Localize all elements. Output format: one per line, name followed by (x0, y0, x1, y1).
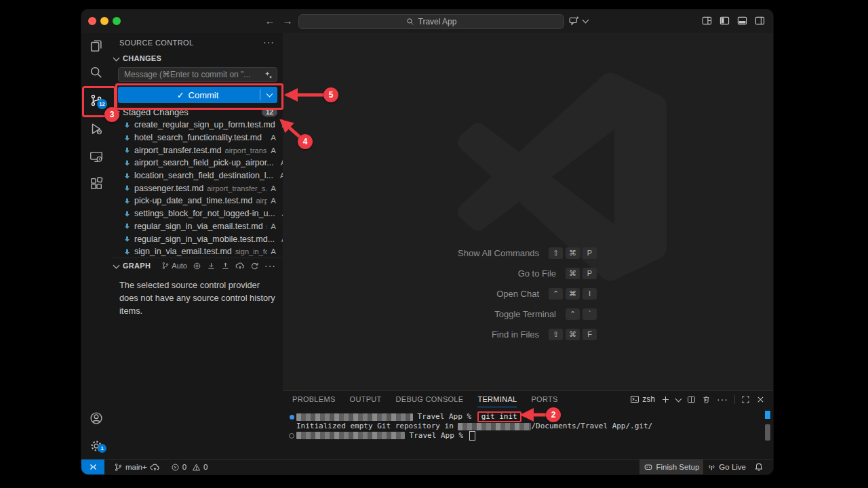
file-row[interactable]: hotel_search_functionality.test.mdA (111, 131, 283, 144)
redacted-path (458, 423, 531, 430)
graph-section-header[interactable]: GRAPH Auto ··· (111, 258, 283, 270)
pull-icon[interactable] (207, 262, 216, 270)
tab-terminal[interactable]: TERMINAL (477, 392, 517, 407)
split-terminal-icon[interactable] (687, 395, 696, 404)
commit-message-input[interactable]: Message (⌘Enter to commit on "... (118, 67, 277, 82)
search-icon (406, 18, 414, 26)
run-debug-icon[interactable] (89, 121, 104, 136)
commit-dropdown-icon[interactable] (267, 91, 273, 98)
file-row[interactable]: sign_in_via_email.test.mdsign_in_fo...A (111, 245, 283, 258)
git-status-letter: A (271, 134, 276, 142)
file-path-note: sign_in_fo... (235, 247, 268, 256)
search-view-icon[interactable] (89, 65, 104, 80)
remote-explorer-icon[interactable] (89, 149, 104, 164)
markdown-file-icon (123, 121, 131, 129)
file-name: sign_in_via_email.test.md (134, 247, 232, 256)
shell-label: zsh (642, 394, 655, 404)
scrollbar-thumb[interactable] (765, 424, 770, 441)
tab-debug-console[interactable]: DEBUG CONSOLE (396, 392, 464, 407)
staged-changes-header[interactable]: Staged Changes 12 (114, 107, 277, 117)
forward-icon[interactable]: → (281, 14, 294, 28)
key-chip: ⇧ (549, 247, 563, 259)
new-terminal-icon[interactable] (661, 395, 670, 404)
key-chip: F (583, 329, 597, 340)
key-chip: ⇧ (549, 329, 563, 340)
toggle-panel-icon[interactable] (737, 16, 747, 26)
minimize-window-button[interactable] (100, 17, 108, 25)
branch-status-item[interactable]: main+ (110, 460, 164, 474)
fetch-cloud-icon[interactable] (235, 261, 245, 270)
terminal-more-actions-icon[interactable]: ··· (717, 396, 728, 403)
file-row[interactable]: passenger.test.mdairport_transfer_s...A (111, 182, 283, 195)
toggle-secondary-sidebar-icon[interactable] (755, 16, 765, 26)
go-live-label: Go Live (719, 463, 746, 471)
markdown-file-icon (123, 248, 131, 256)
refresh-icon[interactable] (250, 262, 259, 270)
status-bar: main+ 0 0 Finish Setup Go Live (81, 459, 773, 474)
go-live-item[interactable]: Go Live (703, 460, 750, 474)
maximize-window-button[interactable] (113, 17, 121, 25)
file-row[interactable]: airport_search_field_pick-up_airpor...A (111, 157, 283, 169)
remote-indicator[interactable] (81, 460, 104, 474)
file-row[interactable]: location_search_field_destination_l...A (111, 169, 283, 182)
back-icon[interactable]: ← (263, 14, 277, 28)
tab-output[interactable]: OUTPUT (350, 392, 382, 407)
key-chip: P (583, 268, 597, 279)
command-pending-decoration (287, 433, 296, 439)
shortcut-label: Show All Commands (373, 248, 546, 258)
file-path-note: si... (267, 222, 268, 230)
notifications-bell-item[interactable] (750, 460, 768, 474)
file-name: hotel_search_functionality.test.md (134, 133, 262, 142)
graph-empty-message: The selected source control provider doe… (111, 270, 285, 317)
push-icon[interactable] (221, 262, 230, 270)
customize-layout-icon[interactable] (702, 16, 712, 26)
shell-selector[interactable]: zsh (630, 394, 655, 404)
auto-branch-toggle[interactable]: Auto (161, 262, 187, 270)
close-panel-icon[interactable] (756, 395, 765, 404)
sparkle-generate-icon[interactable] (264, 70, 273, 80)
tab-ports[interactable]: PORTS (531, 392, 557, 407)
problems-status-item[interactable]: 0 0 (167, 460, 212, 474)
terminal-prompt-icon (630, 394, 639, 404)
terminal-output[interactable]: Travel App % git init Initialized empty … (287, 411, 762, 441)
toggle-primary-sidebar-icon[interactable] (719, 16, 730, 26)
changes-section-header[interactable]: CHANGES (114, 54, 161, 62)
target-icon[interactable] (193, 262, 201, 270)
git-repo-path: /Documents/Travel App/.git/ (531, 422, 652, 430)
close-window-button[interactable] (88, 17, 96, 25)
maximize-panel-icon[interactable] (741, 395, 750, 404)
file-row[interactable]: regular_sign_in_via_mobile.test.md...A (111, 232, 283, 245)
markdown-file-icon (123, 222, 131, 230)
copilot-menu[interactable] (568, 15, 588, 26)
warning-count: 0 (203, 463, 208, 471)
command-center[interactable]: Travel App (298, 14, 564, 29)
commit-button[interactable]: ✓ Commit (118, 87, 277, 103)
file-row[interactable]: airport_transfer.test.mdairport_trans...… (111, 144, 283, 157)
title-bar: ← → Travel App (81, 9, 773, 34)
file-name: location_search_field_destination_l... (134, 171, 273, 180)
key-chip: P (583, 247, 597, 259)
chevron-down-icon (113, 54, 120, 61)
key-chip: ⌘ (566, 268, 580, 279)
key-chip: ⌃ (549, 288, 563, 300)
terminal-scrollbar[interactable] (765, 410, 770, 458)
explorer-icon[interactable] (89, 38, 104, 53)
staged-file-list: create_regular_sign_up_form.test.mdA hot… (111, 119, 283, 258)
tab-problems[interactable]: PROBLEMS (292, 392, 336, 407)
file-row[interactable]: create_regular_sign_up_form.test.mdA (111, 119, 283, 131)
shortcut-label: Go to File (373, 268, 563, 279)
account-icon[interactable] (89, 411, 104, 426)
extensions-icon[interactable] (89, 176, 104, 191)
markdown-file-icon (123, 146, 131, 154)
file-row[interactable]: settings_block_for_not_logged-in_u...A (111, 207, 283, 220)
file-row[interactable]: pick-up_date_and_time.test.mdairp...A (111, 195, 283, 207)
finish-setup-item[interactable]: Finish Setup (639, 460, 703, 474)
chevron-down-icon (113, 108, 120, 115)
graph-more-actions-icon[interactable]: ··· (264, 262, 276, 269)
file-row[interactable]: regular_sign_in_via_email.test.mdsi...A (111, 220, 283, 233)
terminal-line: Travel App % git init (287, 411, 762, 422)
terminal-dropdown-icon[interactable] (675, 395, 682, 402)
kill-terminal-trash-icon[interactable] (702, 395, 711, 404)
scm-more-actions-icon[interactable]: ··· (263, 39, 275, 45)
git-init-output: Initialized empty Git repository in (296, 422, 458, 430)
